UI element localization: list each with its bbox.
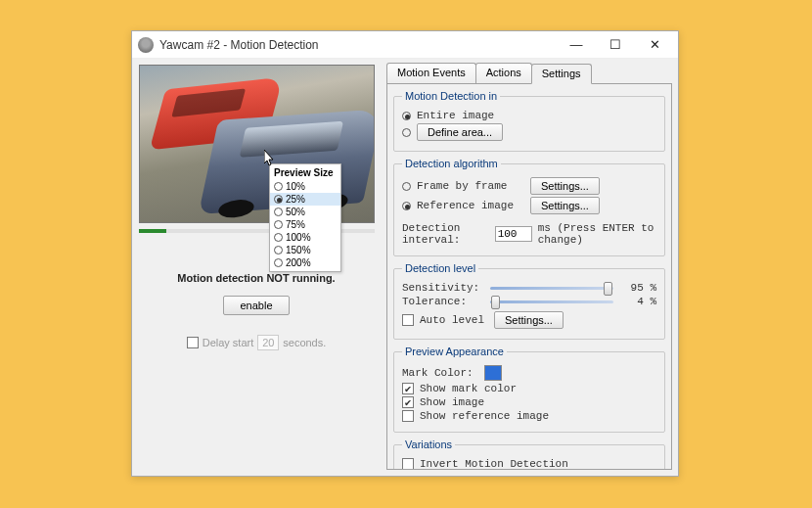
group-motion-detection-in: Motion Detection in Entire image Define …: [393, 90, 665, 152]
group-detection-level: Detection level Sensitivity: 95 % Tolera…: [393, 262, 665, 340]
frame-settings-button[interactable]: Settings...: [530, 177, 600, 195]
label-frame-by-frame: Frame by frame: [417, 180, 524, 192]
radio-reference-image[interactable]: [402, 202, 411, 210]
settings-panel: Motion Detection in Entire image Define …: [386, 84, 672, 470]
label-reference-image: Reference image: [417, 200, 524, 211]
show-image-label: Show image: [420, 396, 484, 408]
sensitivity-label: Sensitivity:: [402, 282, 480, 294]
invert-checkbox[interactable]: [402, 458, 414, 470]
tab-settings[interactable]: Settings: [531, 64, 592, 84]
show-ref-checkbox[interactable]: [402, 410, 414, 422]
show-ref-label: Show reference image: [420, 410, 549, 422]
preview-size-title: Preview Size: [270, 166, 340, 180]
window: Yawcam #2 - Motion Detection — ☐ ✕ Previ…: [131, 30, 679, 477]
reference-settings-button[interactable]: Settings...: [530, 197, 600, 214]
group-detection-algorithm: Detection algorithm Frame by frame Setti…: [393, 158, 665, 256]
label-entire-image: Entire image: [417, 110, 494, 121]
preview-size-10[interactable]: 10%: [270, 180, 340, 193]
tolerance-value: 4 %: [623, 296, 656, 307]
delay-seconds-input[interactable]: [257, 335, 279, 350]
sensitivity-slider[interactable]: [490, 287, 613, 290]
preview-size-150[interactable]: 150%: [270, 244, 340, 256]
window-title: Yawcam #2 - Motion Detection: [159, 38, 557, 52]
delay-start-label-pre: Delay start: [203, 337, 254, 348]
preview-size-200[interactable]: 200%: [270, 256, 340, 269]
tab-actions[interactable]: Actions: [475, 63, 532, 83]
delay-start-checkbox[interactable]: [187, 337, 199, 348]
cursor-icon: [264, 150, 276, 167]
maximize-button[interactable]: ☐: [596, 32, 635, 58]
tab-motion-events[interactable]: Motion Events: [386, 63, 476, 83]
minimize-button[interactable]: —: [557, 32, 596, 58]
status-text: Motion detection NOT running.: [177, 272, 335, 284]
tabs: Motion Events Actions Settings: [386, 63, 672, 84]
show-image-checkbox[interactable]: [402, 396, 414, 408]
preview-size-menu: Preview Size 10% 25% 50% 75% 100% 150% 2…: [269, 163, 341, 272]
preview-size-100[interactable]: 100%: [270, 231, 340, 244]
interval-label: Detection interval:: [402, 222, 489, 246]
radio-frame-by-frame[interactable]: [402, 182, 411, 191]
tolerance-slider[interactable]: [490, 300, 613, 303]
radio-entire-image[interactable]: [402, 112, 411, 120]
delay-start-row: Delay start seconds.: [187, 335, 327, 350]
delay-start-label-post: seconds.: [283, 337, 326, 348]
enable-button[interactable]: enable: [223, 296, 289, 315]
define-area-button[interactable]: Define area...: [417, 123, 503, 141]
right-pane: Motion Events Actions Settings Motion De…: [381, 59, 678, 476]
auto-level-label: Auto level: [420, 314, 488, 326]
radio-define-area[interactable]: [402, 128, 411, 137]
interval-input[interactable]: [495, 226, 532, 242]
show-mark-checkbox[interactable]: [402, 383, 414, 394]
app-icon: [138, 37, 154, 53]
preview-size-25[interactable]: 25%: [270, 193, 340, 206]
level-settings-button[interactable]: Settings...: [494, 311, 564, 329]
tolerance-label: Tolerance:: [402, 296, 480, 307]
interval-hint: ms (Press ENTER to change): [538, 222, 656, 246]
group-variations: Variations Invert Motion Detection (Trig…: [393, 439, 665, 470]
invert-label: Invert Motion Detection: [420, 458, 568, 470]
mark-color-swatch[interactable]: [484, 365, 502, 381]
left-pane: Preview Size 10% 25% 50% 75% 100% 150% 2…: [132, 59, 381, 476]
sensitivity-value: 95 %: [623, 282, 656, 294]
client-area: Preview Size 10% 25% 50% 75% 100% 150% 2…: [132, 59, 678, 476]
titlebar: Yawcam #2 - Motion Detection — ☐ ✕: [132, 31, 678, 59]
preview-size-50[interactable]: 50%: [270, 206, 340, 218]
preview-size-75[interactable]: 75%: [270, 218, 340, 231]
mark-color-label: Mark Color:: [402, 367, 478, 379]
close-button[interactable]: ✕: [635, 32, 674, 58]
auto-level-checkbox[interactable]: [402, 314, 414, 326]
show-mark-label: Show mark color: [420, 383, 517, 394]
group-preview-appearance: Preview Appearance Mark Color: Show mark…: [393, 346, 665, 433]
